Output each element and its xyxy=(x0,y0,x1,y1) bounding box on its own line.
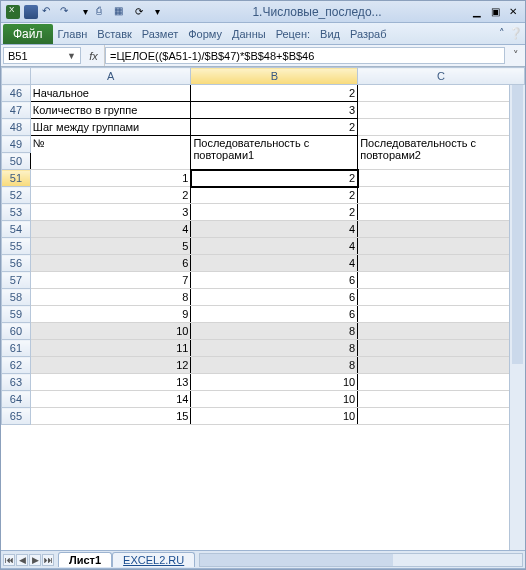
tab-formulas[interactable]: Форму xyxy=(183,25,227,43)
row-header[interactable]: 62 xyxy=(2,357,31,374)
cell[interactable]: 6 xyxy=(30,255,191,272)
close-button[interactable]: ✕ xyxy=(505,4,521,20)
row-header[interactable]: 64 xyxy=(2,391,31,408)
select-all-corner[interactable] xyxy=(2,68,31,85)
cell[interactable]: 7 xyxy=(30,272,191,289)
col-header-A[interactable]: A xyxy=(30,68,191,85)
row-header[interactable]: 65 xyxy=(2,408,31,425)
cell[interactable] xyxy=(358,119,525,136)
cell[interactable]: 10 xyxy=(191,408,358,425)
row-header[interactable]: 60 xyxy=(2,323,31,340)
row-header[interactable]: 54 xyxy=(2,221,31,238)
cell[interactable]: 4 xyxy=(358,221,525,238)
cell[interactable]: 6 xyxy=(358,289,525,306)
row-header[interactable]: 56 xyxy=(2,255,31,272)
ribbon-collapse-icon[interactable]: ˄ xyxy=(499,27,505,40)
sheet-nav-next-icon[interactable]: ▶ xyxy=(29,554,41,566)
cell[interactable]: 6 xyxy=(191,306,358,323)
cell[interactable]: 4 xyxy=(191,221,358,238)
cell[interactable]: Последовательность с повторами1 xyxy=(191,136,358,170)
row-header[interactable]: 51 xyxy=(2,170,31,187)
cell[interactable]: 3 xyxy=(191,102,358,119)
cell[interactable]: 2 xyxy=(191,187,358,204)
cell[interactable]: 12 xyxy=(30,357,191,374)
row-header[interactable]: 46 xyxy=(2,85,31,102)
row-header[interactable]: 52 xyxy=(2,187,31,204)
save-icon[interactable] xyxy=(23,4,39,20)
formula-input[interactable]: =ЦЕЛОЕ(($A51-1)/$B$47)*$B$48+$B$46 xyxy=(105,47,505,64)
sheet-tab[interactable]: EXCEL2.RU xyxy=(112,552,195,567)
formula-expand-icon[interactable]: ˅ xyxy=(507,45,525,66)
cell[interactable]: 1 xyxy=(30,170,191,187)
cell[interactable]: 8 xyxy=(358,340,525,357)
cell[interactable]: 4 xyxy=(358,238,525,255)
name-box[interactable]: B51 ▼ xyxy=(3,47,81,64)
cell[interactable] xyxy=(358,102,525,119)
cell[interactable]: № xyxy=(30,136,191,170)
customize-qat-icon[interactable]: ▾ xyxy=(77,4,93,20)
help-icon[interactable]: ❔ xyxy=(509,27,523,40)
tab-developer[interactable]: Разраб xyxy=(345,25,392,43)
cell[interactable]: 8 xyxy=(191,357,358,374)
name-box-dropdown-icon[interactable]: ▼ xyxy=(67,51,76,61)
minimize-button[interactable]: ▁ xyxy=(469,4,485,20)
sheet-nav-first-icon[interactable]: ⏮ xyxy=(3,554,15,566)
cell[interactable]: 13 xyxy=(30,374,191,391)
cell[interactable]: 6 xyxy=(358,306,525,323)
tab-data[interactable]: Данны xyxy=(227,25,271,43)
row-header[interactable]: 63 xyxy=(2,374,31,391)
cell[interactable]: 2 xyxy=(191,119,358,136)
col-header-B[interactable]: B xyxy=(191,68,358,85)
cell[interactable]: Начальное xyxy=(30,85,191,102)
cell[interactable]: 2 xyxy=(358,187,525,204)
cell[interactable]: 10 xyxy=(358,408,525,425)
row-header[interactable]: 57 xyxy=(2,272,31,289)
cell[interactable] xyxy=(358,85,525,102)
cell[interactable]: Количество в группе xyxy=(30,102,191,119)
cell[interactable]: 2 xyxy=(191,85,358,102)
fx-button[interactable]: fx xyxy=(83,45,105,66)
sheet-tab[interactable]: Лист1 xyxy=(58,552,112,567)
row-header[interactable]: 61 xyxy=(2,340,31,357)
row-header[interactable]: 59 xyxy=(2,306,31,323)
redo-icon[interactable] xyxy=(59,4,75,20)
cell[interactable]: 5 xyxy=(30,238,191,255)
tab-home[interactable]: Главн xyxy=(53,25,93,43)
cell[interactable]: 11 xyxy=(30,340,191,357)
cell[interactable]: 10 xyxy=(358,374,525,391)
cell[interactable]: 8 xyxy=(191,340,358,357)
cell[interactable]: 6 xyxy=(191,272,358,289)
cell[interactable]: 14 xyxy=(30,391,191,408)
worksheet-grid[interactable]: A B C 46 Начальное 2 47 Количество в гру… xyxy=(1,67,525,550)
cell[interactable]: 10 xyxy=(191,391,358,408)
cell[interactable]: 4 xyxy=(191,238,358,255)
cell[interactable]: 10 xyxy=(30,323,191,340)
row-header[interactable]: 48 xyxy=(2,119,31,136)
cell[interactable]: 6 xyxy=(358,272,525,289)
row-header[interactable]: 55 xyxy=(2,238,31,255)
cell[interactable]: 8 xyxy=(358,357,525,374)
vertical-scrollbar[interactable] xyxy=(509,85,525,550)
file-tab[interactable]: Файл xyxy=(3,24,53,44)
refresh-icon[interactable]: ⟳ xyxy=(131,4,147,20)
cell[interactable]: 4 xyxy=(358,255,525,272)
print-preview-icon[interactable] xyxy=(95,4,111,20)
row-header[interactable]: 53 xyxy=(2,204,31,221)
cell[interactable]: 6 xyxy=(191,289,358,306)
row-header[interactable]: 49 xyxy=(2,136,31,153)
cell[interactable]: 10 xyxy=(358,391,525,408)
cell[interactable]: 2 xyxy=(191,204,358,221)
restore-button[interactable]: ▣ xyxy=(487,4,503,20)
sheet-nav-last-icon[interactable]: ⏭ xyxy=(42,554,54,566)
col-header-C[interactable]: C xyxy=(358,68,525,85)
cell[interactable]: 2 xyxy=(191,170,358,187)
row-header[interactable]: 50 xyxy=(2,153,31,170)
cell[interactable]: 2 xyxy=(30,187,191,204)
new-icon[interactable] xyxy=(113,4,129,20)
cell[interactable]: 15 xyxy=(30,408,191,425)
horizontal-scrollbar[interactable] xyxy=(199,553,523,567)
cell[interactable]: 3 xyxy=(30,204,191,221)
cell[interactable]: 8 xyxy=(30,289,191,306)
cell[interactable]: Последовательность с повторами2 xyxy=(358,136,525,170)
row-header[interactable]: 47 xyxy=(2,102,31,119)
